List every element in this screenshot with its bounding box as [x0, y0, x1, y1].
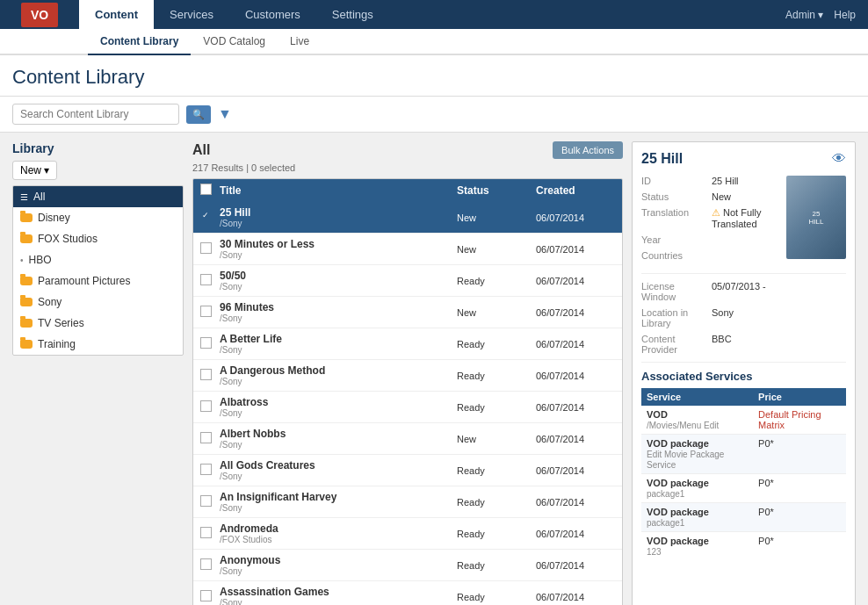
- table-row[interactable]: Albatross /Sony Ready 06/07/2014: [193, 392, 622, 423]
- nav-customers[interactable]: Customers: [229, 0, 316, 29]
- checkbox[interactable]: [200, 369, 212, 380]
- row-checkbox[interactable]: [200, 337, 220, 350]
- row-created: 06/07/2014: [536, 465, 615, 476]
- row-title: Albatross: [220, 396, 457, 408]
- select-all-checkbox[interactable]: [200, 184, 212, 195]
- folder-icon: [20, 319, 33, 328]
- bulk-actions-button[interactable]: Bulk Actions: [553, 141, 623, 159]
- checkbox[interactable]: [200, 211, 212, 222]
- nav-settings[interactable]: Settings: [316, 0, 389, 29]
- table-row[interactable]: Assassination Games /Sony Ready 06/07/20…: [193, 581, 622, 605]
- sidebar-item-disney[interactable]: Disney: [13, 207, 183, 228]
- table-row[interactable]: 30 Minutes or Less /Sony New 06/07/2014: [193, 234, 622, 265]
- detail-location-row: Location in Library Sony: [641, 307, 846, 328]
- assoc-price-cell[interactable]: Default Pricing Matrix: [753, 406, 846, 435]
- row-title-area: A Better Life /Sony: [220, 333, 457, 355]
- table-row[interactable]: All Gods Creatures /Sony Ready 06/07/201…: [193, 455, 622, 486]
- row-created: 06/07/2014: [536, 529, 615, 539]
- sidebar-item-all[interactable]: ☰ All: [13, 186, 183, 207]
- row-checkbox[interactable]: [200, 306, 220, 319]
- search-input[interactable]: [12, 104, 179, 125]
- list-header: All Bulk Actions: [192, 141, 623, 159]
- row-subtitle: /Sony: [220, 345, 457, 355]
- checkbox[interactable]: [200, 432, 212, 443]
- row-checkbox[interactable]: [200, 495, 220, 508]
- checkbox[interactable]: [200, 306, 212, 317]
- associated-services-title: Associated Services: [641, 370, 846, 383]
- admin-button[interactable]: Admin ▾: [785, 9, 823, 21]
- detail-body: 25HILL ID 25 Hill Status New Translation…: [641, 176, 846, 266]
- sidebar-item-sony[interactable]: Sony: [13, 292, 183, 313]
- tab-live[interactable]: Live: [278, 29, 322, 55]
- checkbox[interactable]: [200, 400, 212, 412]
- row-subtitle: /Sony: [220, 472, 457, 481]
- table-row[interactable]: 96 Minutes /Sony New 06/07/2014: [193, 297, 622, 328]
- table-row[interactable]: Andromeda /FOX Studios Ready 06/07/2014: [193, 518, 622, 550]
- table-row[interactable]: A Better Life /Sony Ready 06/07/2014: [193, 328, 622, 360]
- price-link[interactable]: Default Pricing Matrix: [758, 409, 821, 430]
- col-status: Status: [457, 184, 536, 197]
- row-checkbox[interactable]: [200, 211, 220, 224]
- checkbox[interactable]: [200, 274, 212, 285]
- checkbox[interactable]: [200, 464, 212, 475]
- table-row[interactable]: A Dangerous Method /Sony Ready 06/07/201…: [193, 360, 622, 392]
- table-row[interactable]: An Insignificant Harvey /Sony Ready 06/0…: [193, 486, 622, 518]
- assoc-service-cell: VOD packagepackage1: [641, 503, 753, 532]
- translation-icon: ⚠: [712, 207, 720, 218]
- assoc-col-price: Price: [753, 388, 846, 406]
- assoc-service-cell: VOD packageEdit Movie Package Service: [641, 435, 753, 474]
- row-checkbox[interactable]: [200, 590, 220, 603]
- tab-content-library[interactable]: Content Library: [88, 29, 191, 55]
- logo-area: VO: [0, 0, 79, 29]
- library-title: Library: [12, 141, 184, 155]
- row-created: 06/07/2014: [536, 307, 615, 318]
- sidebar-item-hbo[interactable]: • HBO: [13, 249, 183, 270]
- row-subtitle: /Sony: [220, 598, 457, 605]
- row-created: 06/07/2014: [536, 434, 615, 444]
- col-title: Title: [220, 184, 457, 197]
- row-title-area: Albert Nobbs /Sony: [220, 428, 457, 450]
- sidebar-item-paramount[interactable]: Paramount Pictures: [13, 270, 183, 292]
- filter-icon[interactable]: ▼: [218, 106, 232, 122]
- tab-vod-catalog[interactable]: VOD Catalog: [191, 29, 278, 55]
- row-checkbox[interactable]: [200, 558, 220, 572]
- search-button[interactable]: 🔍: [186, 105, 211, 124]
- checkbox[interactable]: [200, 590, 212, 601]
- content-table: Title Status Created 25 Hill /Sony New 0…: [192, 178, 623, 605]
- sidebar-item-fox[interactable]: FOX Studios: [13, 228, 183, 249]
- row-subtitle: /FOX Studios: [220, 535, 457, 544]
- table-row[interactable]: Albert Nobbs /Sony New 06/07/2014: [193, 423, 622, 455]
- row-subtitle: /Sony: [220, 566, 457, 576]
- row-checkbox[interactable]: [200, 432, 220, 445]
- checkbox[interactable]: [200, 558, 212, 570]
- row-status: Ready: [457, 560, 536, 571]
- checkbox[interactable]: [200, 495, 212, 507]
- row-title: 50/50: [220, 270, 457, 282]
- help-button[interactable]: Help: [834, 9, 856, 21]
- table-row[interactable]: 25 Hill /Sony New 06/07/2014: [193, 202, 622, 234]
- row-checkbox[interactable]: [200, 242, 220, 256]
- eye-icon[interactable]: 👁: [832, 151, 846, 167]
- sidebar-item-tvseries[interactable]: TV Series: [13, 313, 183, 334]
- row-checkbox[interactable]: [200, 274, 220, 287]
- row-title: A Dangerous Method: [220, 364, 457, 377]
- row-checkbox[interactable]: [200, 369, 220, 382]
- checkbox[interactable]: [200, 337, 212, 349]
- logo-text: VO: [31, 8, 48, 22]
- table-row[interactable]: 50/50 /Sony Ready 06/07/2014: [193, 265, 622, 297]
- new-button[interactable]: New ▾: [12, 161, 57, 180]
- search-area: 🔍 ▼: [0, 97, 868, 133]
- row-checkbox[interactable]: [200, 400, 220, 414]
- checkbox[interactable]: [200, 527, 212, 538]
- checkbox[interactable]: [200, 242, 212, 254]
- row-title: Albert Nobbs: [220, 428, 457, 440]
- row-checkbox[interactable]: [200, 464, 220, 477]
- nav-services[interactable]: Services: [154, 0, 229, 29]
- sidebar-item-training[interactable]: Training: [13, 334, 183, 355]
- table-row[interactable]: Anonymous /Sony Ready 06/07/2014: [193, 550, 622, 581]
- row-title: Anonymous: [220, 554, 457, 566]
- nav-content[interactable]: Content: [79, 0, 154, 29]
- row-checkbox[interactable]: [200, 527, 220, 540]
- row-subtitle: /Sony: [220, 440, 457, 450]
- row-created: 06/07/2014: [536, 244, 615, 255]
